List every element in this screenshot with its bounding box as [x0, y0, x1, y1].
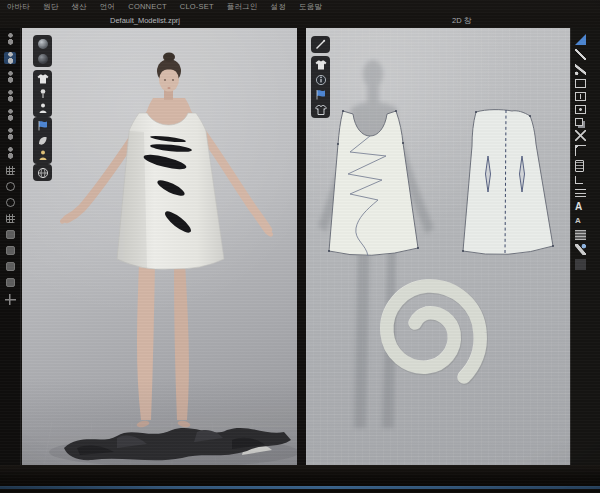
2d-show-toolbar [311, 56, 330, 118]
info-icon[interactable] [315, 74, 327, 85]
grid-tool-icon[interactable] [6, 214, 15, 223]
avatar-pose-icon-5[interactable] [5, 109, 16, 121]
avatar-right-leg [174, 263, 189, 420]
polygon-pen-icon[interactable] [575, 64, 586, 75]
transform-pattern-icon[interactable] [575, 34, 586, 45]
menu-item-avatar[interactable]: 아바타 [7, 2, 30, 12]
pattern-back-piece[interactable] [462, 110, 554, 255]
avatar-3d-scene [22, 28, 297, 465]
globe-icon[interactable] [37, 167, 49, 178]
move-cross-icon[interactable] [5, 294, 16, 305]
sleeve-icon[interactable] [37, 135, 49, 146]
fabric-flag-icon[interactable] [315, 89, 327, 100]
menu-item-plugin[interactable]: 플러그인 [227, 2, 258, 12]
menu-item-settings[interactable]: 설정 [271, 2, 286, 12]
project-tab[interactable]: Default_Modelist.zprj [110, 16, 180, 25]
avatar-pose-icon-3[interactable] [5, 71, 16, 83]
avatar-pose-icon-2[interactable] [4, 52, 16, 64]
pen-icon[interactable] [315, 39, 327, 50]
globe-toolbar [33, 164, 52, 181]
avatar-pose-icon-7[interactable] [5, 147, 16, 159]
garment-icon[interactable] [315, 59, 327, 70]
accessory-icon[interactable] [6, 182, 15, 191]
grading-icon[interactable]: A [575, 216, 581, 226]
tab-bar: Default_Modelist.zprj 2D 창 [0, 13, 600, 28]
garment-icon[interactable] [37, 73, 49, 84]
dart-icon[interactable] [575, 92, 586, 101]
fabric-flag-icon[interactable] [37, 120, 49, 131]
pattern-icon[interactable] [315, 104, 327, 115]
edit-curve-icon[interactable] [575, 49, 586, 60]
library-box-icon-1[interactable] [6, 230, 15, 239]
left-tool-strip [0, 28, 21, 465]
document-icon[interactable] [575, 160, 584, 172]
bezel-blue-strip [0, 486, 600, 489]
shading-sphere-icon[interactable] [37, 38, 49, 49]
trace-icon[interactable] [575, 145, 586, 156]
avatar-left-leg [137, 263, 155, 420]
menu-item-production[interactable]: 생산 [72, 2, 87, 12]
avatar-pose-icon-4[interactable] [5, 90, 16, 102]
render-toolbar [33, 35, 52, 67]
layers-icon[interactable] [575, 230, 586, 240]
panel-2d-title: 2D 창 [452, 16, 471, 26]
avatar-pose-icon-1[interactable] [5, 33, 16, 45]
pattern-2d-scene [306, 28, 570, 471]
avatar-bust-icon[interactable] [37, 150, 49, 161]
menu-item-clo-set[interactable]: CLO-SET [180, 2, 214, 11]
menu-item-language[interactable]: 언어 [100, 2, 115, 12]
2d-pen-toolbar [311, 36, 330, 53]
viewport-divider[interactable] [297, 28, 306, 471]
avatar-pose-icon-6[interactable] [5, 128, 16, 140]
menu-item-fabric[interactable]: 원단 [43, 2, 58, 12]
show-toolbar [33, 70, 52, 117]
pin-icon[interactable] [37, 88, 49, 99]
rounded-dart-icon[interactable] [575, 105, 586, 114]
menu-item-help[interactable]: 도움말 [299, 2, 322, 12]
library-box-icon-3[interactable] [6, 262, 15, 271]
menu-bar: 아바타 원단 생산 언어 CONNECT CLO-SET 플러그인 설정 도움말 [0, 0, 600, 13]
library-box-icon-4[interactable] [6, 278, 15, 287]
notch-icon[interactable] [575, 176, 583, 184]
text-tool-icon[interactable]: A [575, 201, 582, 212]
right-tool-strip: A A [570, 28, 600, 471]
dark-tool-icon[interactable] [575, 259, 586, 270]
cut-sew-icon[interactable] [575, 130, 586, 141]
rectangle-icon[interactable] [575, 79, 586, 88]
clone-icon[interactable] [575, 118, 583, 126]
2d-viewport[interactable] [306, 28, 570, 471]
library-box-icon-2[interactable] [6, 246, 15, 255]
texture-sphere-icon[interactable] [37, 53, 49, 64]
3d-viewport[interactable] [22, 28, 297, 465]
seam-allowance-icon[interactable] [575, 188, 586, 197]
fabric-toolbar [33, 117, 52, 164]
avatar-icon[interactable] [37, 103, 49, 114]
pattern-spiral-piece[interactable] [387, 286, 481, 378]
menu-item-connect[interactable]: CONNECT [128, 2, 166, 11]
ring-tool-icon[interactable] [6, 198, 15, 207]
sewing-brush-icon[interactable] [575, 244, 586, 255]
garment-library-icon[interactable] [6, 166, 15, 175]
